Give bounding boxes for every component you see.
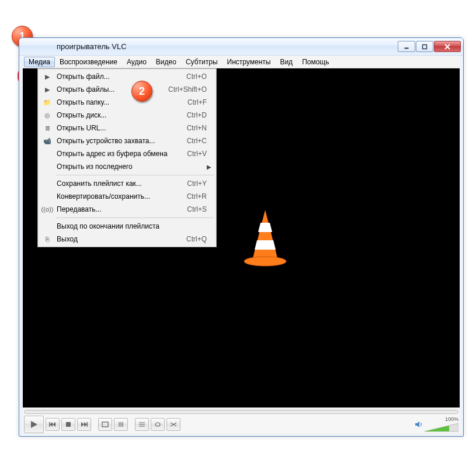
playlist-button[interactable] bbox=[135, 418, 149, 431]
menu-item-shortcut: Ctrl+V bbox=[187, 150, 211, 158]
svg-marker-11 bbox=[53, 422, 55, 427]
svg-rect-13 bbox=[66, 422, 71, 427]
svg-rect-1 bbox=[423, 44, 427, 49]
menu-item-shortcut: Ctrl+D bbox=[187, 111, 211, 119]
stop-button[interactable] bbox=[61, 418, 75, 431]
menu-item-открыть-устройство-захвата-[interactable]: 📹Открыть устройство захвата...Ctrl+C bbox=[39, 134, 215, 147]
menu-item-открыть-адрес-из-буфера-обмена[interactable]: Открыть адрес из буфера обменаCtrl+V bbox=[39, 147, 215, 160]
menu-item-открыть-папку-[interactable]: 📁Открыть папку...Ctrl+F bbox=[39, 96, 215, 109]
vlc-cone-icon bbox=[241, 209, 289, 267]
maximize-button[interactable] bbox=[416, 41, 433, 52]
menu-item-label: Открыть файл... bbox=[54, 72, 186, 81]
menu-item-открыть-файл-[interactable]: ▶Открыть файл...Ctrl+O bbox=[39, 70, 215, 83]
menu-playback[interactable]: Воспроизведение bbox=[55, 57, 122, 67]
menu-item-открыть-из-последнего[interactable]: Открыть из последнего▶ bbox=[39, 160, 215, 173]
window-title: проигрыватель VLC bbox=[24, 42, 398, 51]
window-buttons bbox=[398, 41, 461, 52]
menu-item-выход-по-окончании-плейлиста[interactable]: Выход по окончании плейлиста bbox=[39, 220, 215, 233]
menu-subtitles[interactable]: Субтитры bbox=[181, 57, 223, 67]
callout-two: 2 bbox=[131, 81, 152, 102]
menu-item-shortcut: Ctrl+R bbox=[187, 192, 211, 201]
svg-marker-9 bbox=[31, 421, 37, 428]
svg-marker-24 bbox=[415, 421, 419, 427]
media-dropdown: ▶Открыть файл...Ctrl+O▶Открыть файлы...C… bbox=[37, 68, 217, 247]
menu-item-открыть-диск-[interactable]: ◎Открыть диск...Ctrl+D bbox=[39, 109, 215, 122]
seek-track[interactable] bbox=[24, 410, 458, 414]
svg-marker-10 bbox=[50, 422, 53, 427]
close-button[interactable] bbox=[434, 41, 461, 52]
prev-button[interactable] bbox=[46, 418, 60, 431]
menu-media[interactable]: Медиа bbox=[24, 57, 55, 67]
svg-rect-17 bbox=[102, 422, 108, 427]
menu-item-icon: ▶ bbox=[40, 86, 54, 94]
menu-item-открыть-url-[interactable]: ≣Открыть URL...Ctrl+N bbox=[39, 122, 215, 134]
menu-item-label: Выход bbox=[54, 235, 186, 243]
button-row: 100% bbox=[23, 415, 460, 433]
controls: 100% bbox=[23, 407, 460, 433]
menu-view[interactable]: Вид bbox=[275, 57, 297, 67]
menu-item-icon: ▶ bbox=[40, 73, 54, 81]
menu-item-icon: ◎ bbox=[40, 112, 54, 119]
menu-item-конвертировать-сохранить-[interactable]: Конвертировать/сохранить...Ctrl+R bbox=[39, 190, 215, 203]
svg-marker-4 bbox=[252, 210, 278, 260]
fullscreen-button[interactable] bbox=[98, 418, 112, 431]
menu-item-label: Передавать... bbox=[54, 205, 187, 213]
menu-item-shortcut: Ctrl+F bbox=[187, 98, 211, 106]
svg-marker-14 bbox=[81, 422, 84, 427]
menu-item-icon: ≣ bbox=[40, 125, 54, 132]
menu-item-icon: ((o)) bbox=[40, 206, 54, 213]
menu-item-label: Открыть папку... bbox=[54, 98, 187, 106]
menu-item-shortcut: Ctrl+Shift+O bbox=[168, 85, 211, 94]
menu-item-shortcut: Ctrl+Y bbox=[187, 179, 211, 188]
menu-item-shortcut: Ctrl+C bbox=[187, 137, 211, 145]
extended-settings-button[interactable] bbox=[114, 418, 128, 431]
seek-bar[interactable] bbox=[23, 408, 460, 415]
menu-item-label: Конвертировать/сохранить... bbox=[54, 192, 187, 201]
loop-button[interactable] bbox=[151, 418, 165, 431]
menu-item-сохранить-плейлист-как-[interactable]: Сохранить плейлист как...Ctrl+Y bbox=[39, 177, 215, 190]
menu-item-icon: 📁 bbox=[40, 99, 54, 106]
volume-slider[interactable] bbox=[425, 422, 458, 433]
menu-tools[interactable]: Инструменты bbox=[223, 57, 276, 67]
menu-item-shortcut: Ctrl+S bbox=[187, 205, 211, 213]
menu-item-label: Выход по окончании плейлиста bbox=[54, 222, 207, 230]
menu-item-выход[interactable]: ⎘ВыходCtrl+Q bbox=[39, 233, 215, 246]
volume-percent: 100% bbox=[445, 416, 458, 422]
menu-item-label: Открыть устройство захвата... bbox=[54, 137, 187, 145]
menu-item-label: Открыть из последнего bbox=[54, 163, 202, 171]
svg-marker-15 bbox=[84, 422, 87, 427]
menu-item-shortcut: Ctrl+Q bbox=[186, 235, 211, 243]
volume-icon[interactable] bbox=[415, 420, 423, 429]
menu-item-label: Открыть URL... bbox=[54, 124, 187, 132]
svg-rect-12 bbox=[49, 422, 50, 427]
shuffle-button[interactable] bbox=[166, 418, 180, 431]
menu-item-label: Открыть диск... bbox=[54, 111, 187, 119]
menu-item-открыть-файлы-[interactable]: ▶Открыть файлы...Ctrl+Shift+O bbox=[39, 83, 215, 96]
submenu-arrow-icon: ▶ bbox=[207, 164, 211, 170]
menu-video[interactable]: Видео bbox=[151, 57, 181, 67]
play-button[interactable] bbox=[24, 416, 44, 433]
titlebar[interactable]: проигрыватель VLC bbox=[19, 38, 463, 56]
menu-help[interactable]: Помощь bbox=[297, 57, 333, 67]
menu-item-icon: 📹 bbox=[40, 137, 54, 145]
menubar: Медиа Воспроизведение Аудио Видео Субтит… bbox=[23, 56, 460, 68]
svg-rect-16 bbox=[87, 422, 88, 427]
menu-audio[interactable]: Аудио bbox=[122, 57, 151, 67]
menu-item-shortcut: Ctrl+O bbox=[186, 72, 211, 81]
menu-separator bbox=[55, 175, 214, 175]
next-button[interactable] bbox=[77, 418, 91, 431]
menu-item-label: Сохранить плейлист как... bbox=[54, 179, 187, 188]
menu-item-shortcut: Ctrl+N bbox=[187, 124, 211, 132]
svg-marker-6 bbox=[255, 240, 276, 250]
menu-item-передавать-[interactable]: ((o))Передавать...Ctrl+S bbox=[39, 203, 215, 216]
minimize-button[interactable] bbox=[398, 41, 415, 52]
menu-item-label: Открыть адрес из буфера обмена bbox=[54, 150, 187, 158]
svg-marker-5 bbox=[258, 223, 272, 232]
menu-item-icon: ⎘ bbox=[40, 236, 54, 243]
menu-separator bbox=[55, 217, 214, 218]
